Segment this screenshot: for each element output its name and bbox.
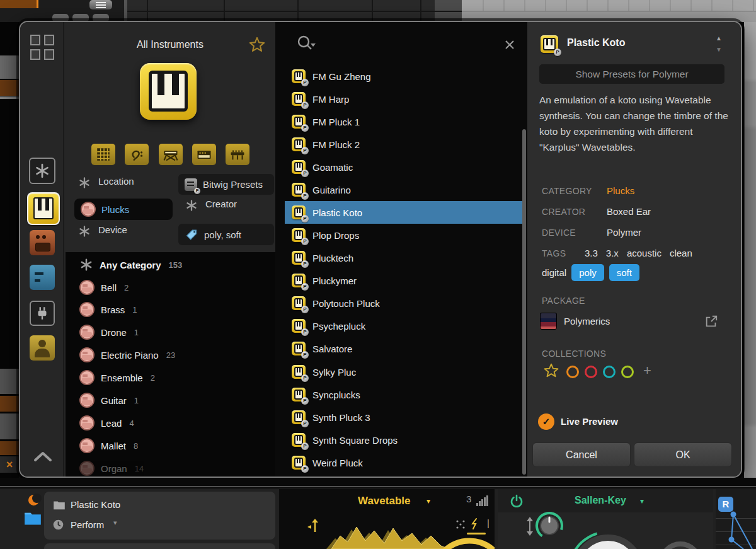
voices-count[interactable]: 3 [466,494,471,504]
type-filter-pads[interactable] [226,144,249,165]
hold-mode-icon[interactable]: | [487,517,490,528]
creator-value[interactable]: Boxed Ear [607,205,651,219]
type-filter-drum-machine[interactable] [91,144,115,165]
envelope-curve[interactable] [716,489,756,549]
category-item[interactable]: Mallet8 [66,437,275,454]
result-item[interactable]: PFM Gu Zheng [285,65,524,88]
device-mode-select[interactable]: Perform [71,517,104,533]
tag[interactable]: acoustic [627,246,662,260]
sidebar-plugins[interactable] [30,301,55,326]
sidebar-instruments[interactable] [27,192,60,225]
random-icon[interactable] [455,519,466,529]
tag-selected[interactable]: poly [571,264,604,281]
package-name[interactable]: Polymerics [564,313,610,330]
collection-circle-orange[interactable] [566,366,579,378]
type-filter-bass[interactable] [125,144,149,165]
creator-label: CREATOR [542,205,585,219]
result-item[interactable]: PSalvatore [285,337,524,360]
power-icon[interactable] [509,494,524,509]
category-item[interactable]: Lead4 [66,415,275,431]
wavetable-index-knob[interactable] [428,536,495,549]
external-link-icon[interactable] [704,315,718,328]
result-item[interactable]: PSyncplucks [285,383,524,406]
result-item[interactable]: PPluckymer [285,269,524,292]
category-item[interactable]: Guitar1 [66,392,275,408]
category-item[interactable]: Any Category153 [66,257,275,273]
result-item[interactable]: PSynth Square Drops [285,429,524,451]
search-icon[interactable] [295,33,318,55]
collection-star-icon[interactable] [543,362,559,379]
collection-circle-red[interactable] [585,366,597,378]
filter-tags[interactable]: poly, soft [178,224,274,245]
type-filter-synth[interactable] [192,144,216,165]
grid-view-icon[interactable] [30,35,55,60]
keytrack-icon[interactable] [306,517,321,533]
dropdown-icon[interactable]: ▾ [427,497,430,506]
sort-up-icon[interactable]: ▲ [716,35,722,42]
plug-icon [34,305,50,321]
hamburger-button[interactable] [89,0,112,9]
collection-circle-teal[interactable] [603,366,616,378]
wavetable-title[interactable]: Wavetable [358,495,410,507]
category-item[interactable]: Electric Piano23 [66,347,275,363]
sidebar-audio-fx[interactable] [30,230,55,255]
device-value[interactable]: Polymer [607,226,641,240]
sort-down-icon[interactable]: ▼ [716,46,722,53]
collapse-chevron-icon[interactable] [32,449,54,463]
result-item[interactable]: PFM Harp [285,88,524,110]
category-item[interactable]: Ensemble2 [66,369,275,386]
type-filter-keyboards[interactable] [159,144,183,165]
result-item[interactable]: PFM Pluck 2 [285,133,524,156]
sidebar-any-type[interactable] [29,158,55,184]
category-item[interactable]: Organ14 [66,460,275,477]
collection-circle-green[interactable] [621,366,634,378]
ok-button[interactable]: OK [634,442,732,467]
cancel-button[interactable]: Cancel [532,442,631,467]
result-item[interactable]: PGuitarino [285,178,524,201]
add-collection-icon[interactable]: + [643,362,651,379]
cutoff-knob[interactable] [567,529,649,549]
blue-folder-icon[interactable] [24,511,42,526]
filter-bitwig-presets[interactable]: P Bitwig Presets [178,174,274,195]
favorite-star-icon[interactable] [248,36,266,54]
filter-creator[interactable]: Creator [205,196,237,212]
result-item[interactable]: PGoamatic [285,156,524,178]
result-item[interactable]: PPsychepluck [285,315,524,337]
result-item[interactable]: PWeird Pluck [285,451,524,474]
tag-selected[interactable]: soft [609,264,639,281]
filter-device[interactable]: Device [98,222,127,238]
tag[interactable]: 3.3 [585,246,598,260]
show-presets-button[interactable]: Show Presets for Polymer [539,64,724,84]
drive-knob[interactable] [655,538,706,549]
resonance-knob[interactable] [534,508,565,543]
tag[interactable]: 3.x [606,246,619,260]
tag[interactable]: digital [542,267,566,278]
result-item-selected[interactable]: PPlastic Koto [285,201,524,224]
envelope-mode-icon[interactable] [471,518,479,529]
close-track-button[interactable]: × [0,456,19,473]
filter-title[interactable]: Sallen-Key [575,495,626,506]
moon-icon[interactable] [28,495,39,506]
device-header-card[interactable]: Plastic Koto Perform ▾ [44,492,275,540]
tag[interactable]: clean [670,246,692,260]
result-item[interactable]: PPlop Drops [285,224,524,246]
result-item[interactable]: PPolytouch Pluck [285,292,524,315]
clear-search-icon[interactable] [503,38,516,51]
filter-location[interactable]: Location [98,173,134,190]
result-item[interactable]: PSylky Pluc [285,361,524,383]
live-preview-toggle[interactable]: ✓ [538,413,554,430]
result-item[interactable]: PPlucktech [285,246,524,269]
filter-category-selected[interactable]: Plucks [74,199,173,220]
sidebar-note-fx[interactable] [30,265,55,290]
result-item[interactable]: PSynth Pluck 3 [285,406,524,429]
category-value[interactable]: Plucks [607,184,634,198]
category-item[interactable]: Bell2 [66,279,275,296]
sidebar-user-content[interactable] [30,335,55,361]
results-scrollbar[interactable] [522,129,526,475]
category-item[interactable]: Brass1 [66,301,275,318]
selected-preset-title: Plastic Koto [567,37,625,49]
result-item[interactable]: PFM Pluck 1 [285,110,524,133]
dropdown-icon[interactable]: ▾ [640,497,644,506]
category-item[interactable]: Drone1 [66,324,275,340]
device-card-partial[interactable] [44,543,275,549]
